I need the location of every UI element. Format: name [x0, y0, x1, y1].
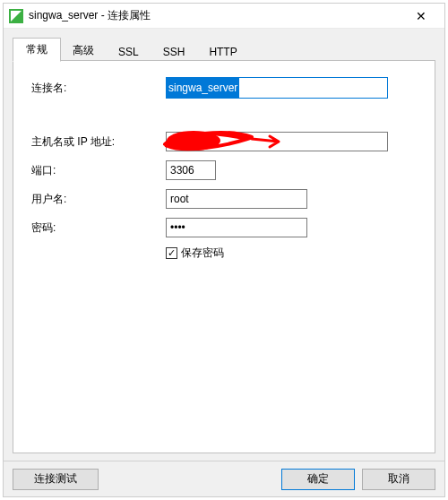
tab-ssh[interactable]: SSH: [151, 42, 198, 62]
tab-general[interactable]: 常规: [13, 38, 61, 62]
connection-name-selected-text: singwa_server: [167, 78, 239, 98]
row-host: 主机名或 IP 地址:: [31, 131, 420, 152]
tab-advanced[interactable]: 高级: [60, 39, 107, 62]
close-icon: ✕: [416, 9, 426, 23]
label-connection-name: 连接名:: [31, 81, 166, 96]
save-password-checkbox[interactable]: ✓: [166, 247, 177, 259]
row-save-password: ✓ 保存密码: [166, 246, 420, 261]
close-button[interactable]: ✕: [403, 4, 439, 28]
label-user: 用户名:: [31, 192, 166, 207]
general-panel: 连接名: singwa_server 主机名或 IP 地址: 端口:: [13, 61, 435, 453]
user-input[interactable]: [166, 189, 307, 209]
tab-ssl[interactable]: SSL: [106, 42, 151, 62]
label-port: 端口:: [31, 163, 166, 178]
app-icon: [9, 9, 23, 23]
window-title: singwa_server - 连接属性: [29, 8, 403, 23]
label-save-password: 保存密码: [181, 246, 224, 261]
tab-area: 常规 高级 SSL SSH HTTP: [4, 29, 444, 61]
label-host: 主机名或 IP 地址:: [31, 134, 166, 150]
test-connection-button[interactable]: 连接测试: [13, 469, 99, 490]
ok-button[interactable]: 确定: [281, 469, 355, 490]
tab-http[interactable]: HTTP: [196, 42, 249, 62]
host-field-wrap: [166, 132, 388, 151]
password-input[interactable]: [166, 218, 307, 237]
row-connection-name: 连接名: singwa_server: [31, 77, 420, 99]
connection-name-input[interactable]: [239, 78, 387, 98]
connection-name-field-wrap: singwa_server: [166, 77, 388, 99]
port-input[interactable]: [166, 160, 216, 180]
checkmark-icon: ✓: [168, 248, 176, 258]
dialog-window: singwa_server - 连接属性 ✕ 常规 高级 SSL SSH HTT…: [3, 3, 445, 497]
button-bar: 连接测试 确定 取消: [4, 461, 444, 496]
row-password: 密码:: [31, 217, 420, 238]
row-user: 用户名:: [31, 188, 420, 210]
host-input[interactable]: [166, 132, 388, 151]
titlebar: singwa_server - 连接属性 ✕: [4, 4, 444, 29]
tabstrip: 常规 高级 SSL SSH HTTP: [13, 38, 435, 61]
cancel-button[interactable]: 取消: [362, 469, 435, 490]
label-password: 密码:: [31, 220, 166, 236]
row-port: 端口:: [31, 159, 420, 181]
